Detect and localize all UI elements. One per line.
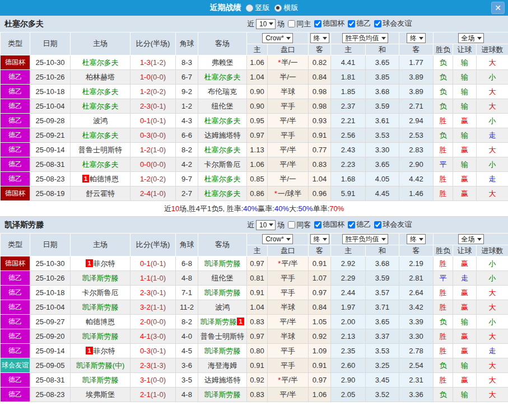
competition-checkbox[interactable]: [314, 20, 321, 27]
avg-home-odds: 2.90: [331, 373, 366, 388]
goals-result-cell: 大: [477, 286, 508, 300]
same-home-checkbox[interactable]: [288, 20, 295, 27]
away-team: 达姆施塔特: [198, 373, 247, 388]
col-handicap-result: 让球: [453, 44, 477, 55]
avg-away-odds: 3.30: [399, 329, 434, 344]
col-result: 胜负: [434, 44, 453, 55]
away-team-name: 海登海姆: [208, 361, 237, 370]
fulltime-score: 1-2: [140, 175, 151, 183]
competition-badge: 德国杯: [1, 55, 30, 70]
result-cell: 负: [434, 128, 453, 143]
competition-filter[interactable]: 球会友谊: [371, 18, 412, 29]
crow-home-odds: 0.81: [247, 271, 268, 286]
handicap-line: 平/半: [268, 114, 309, 128]
competition-filter[interactable]: 德国杯: [311, 18, 344, 29]
match-score: 0-1(0-1): [131, 256, 176, 271]
avg-home-odds: 1.85: [331, 85, 366, 99]
same-away-checkbox[interactable]: [288, 221, 295, 228]
radio-unselected-icon[interactable]: [246, 4, 253, 12]
crow-away-odds: 0.83: [309, 157, 331, 172]
odds-time-select[interactable]: 终: [310, 234, 329, 244]
competition-checkbox[interactable]: [348, 20, 355, 27]
competition-filter[interactable]: 德乙: [344, 220, 371, 230]
avg-odds-select[interactable]: 胜平负均值: [342, 33, 388, 43]
fulltime-score: 1-0: [140, 73, 151, 81]
avg-time-select[interactable]: 终: [407, 234, 426, 244]
layout-horizontal-radio[interactable]: 横版: [274, 3, 299, 13]
radio-selected-icon[interactable]: [274, 4, 282, 12]
close-icon[interactable]: ✕: [491, 2, 505, 14]
handicap-result-cell: 赢: [453, 286, 477, 300]
competition-checkbox[interactable]: [374, 20, 381, 27]
competition-checkbox[interactable]: [374, 221, 381, 228]
handicap-line: 平手: [268, 286, 309, 300]
corner-count: 11-2: [176, 300, 198, 315]
fulltime-score: 2-3: [140, 361, 151, 370]
competition-badge: 德国杯: [1, 256, 30, 271]
odds-time-select[interactable]: 终: [310, 33, 329, 43]
match-row: 德国杯25-08-19舒云霍特2-4(1-0)2-7杜塞尔多夫0.86*一/球半…: [1, 186, 508, 201]
away-team-name: 杜塞尔多夫: [204, 116, 241, 125]
crow-away-odds: 0.91: [309, 128, 331, 143]
goals-result-cell: 大: [477, 55, 508, 70]
near-label: 近: [247, 220, 254, 230]
goals-result-cell: 小: [477, 315, 508, 329]
avg-away-odds: 2.19: [399, 256, 434, 271]
match-date: 25-09-14: [30, 143, 71, 157]
away-team: 达姆施塔特: [198, 128, 247, 143]
away-team-name: 凯泽斯劳滕: [200, 318, 236, 326]
competition-filter[interactable]: 球会友谊: [371, 220, 412, 230]
crow-away-odds: 0.97: [309, 373, 331, 388]
fulltime-score: 3-2: [140, 303, 151, 311]
bookmaker-select[interactable]: Crow*: [262, 33, 293, 43]
same-away-filter[interactable]: 同客: [285, 220, 311, 230]
chevron-down-icon: [381, 37, 386, 40]
same-home-filter[interactable]: 同主: [285, 19, 311, 29]
handicap-result-cell: 走: [453, 271, 477, 286]
avg-draw-odds: 3.85: [366, 70, 399, 85]
col-avg-draw: 和: [366, 245, 399, 256]
competition-checkbox[interactable]: [314, 221, 321, 228]
competition-checkbox[interactable]: [348, 221, 355, 228]
goals-result-cell: 大: [477, 388, 508, 402]
period-select[interactable]: 全场: [458, 234, 484, 244]
match-score: 2-1(1-0): [131, 388, 176, 402]
summary-part: 40%: [243, 204, 258, 213]
col-score: 比分(半场): [131, 32, 176, 55]
avg-home-odds: 1.97: [331, 300, 366, 315]
avg-away-odds: 3.39: [399, 315, 434, 329]
halftime-score: (1-0): [151, 274, 166, 282]
home-team-name: 凯泽斯劳滕: [82, 332, 119, 340]
col-crow-home: 主: [247, 44, 268, 55]
crow-away-odds: 0.98: [309, 99, 331, 114]
match-row: 德乙25-08-231帕德博恩1-2(0-2)9-7杜塞尔多夫0.85半/一1.…: [1, 172, 508, 186]
avg-odds-select[interactable]: 胜平负均值: [342, 234, 388, 244]
match-count-select[interactable]: 10: [256, 220, 276, 230]
competition-filter[interactable]: 德国杯: [311, 220, 344, 230]
crow-away-odds: 1.05: [309, 315, 331, 329]
competition-filter[interactable]: 德乙: [344, 18, 371, 29]
away-team: 布伦瑞克: [198, 85, 247, 99]
crow-away-odds: 0.77: [309, 143, 331, 157]
handicap-text: 平手: [281, 361, 295, 370]
bookmaker-select[interactable]: Crow*: [262, 234, 293, 244]
col-type: 类型: [1, 234, 30, 256]
competition-badge: 球会友谊: [1, 358, 30, 373]
handicap-line: 半/一: [268, 70, 309, 85]
avg-home-odds: 2.13: [331, 329, 366, 344]
halftime-score: (0-1): [151, 288, 166, 297]
handicap-result-cell: 输: [453, 388, 477, 402]
period-select[interactable]: 全场: [458, 33, 484, 43]
halftime-score: (1-1): [151, 303, 166, 311]
avg-time-select[interactable]: 终: [407, 33, 426, 43]
col-avg-home: 主: [331, 44, 366, 55]
avg-draw-odds: 3.52: [366, 388, 399, 402]
handicap-text: 平/半: [281, 259, 298, 268]
match-count-select[interactable]: 10: [256, 19, 276, 29]
competition-badge: 德乙: [1, 286, 30, 300]
avg-draw-odds: 4.05: [366, 172, 399, 186]
match-date: 25-10-18: [30, 286, 71, 300]
avg-home-odds: 1.68: [331, 172, 366, 186]
layout-vertical-radio[interactable]: 竖版: [246, 3, 270, 13]
col-home: 主场: [71, 234, 131, 256]
